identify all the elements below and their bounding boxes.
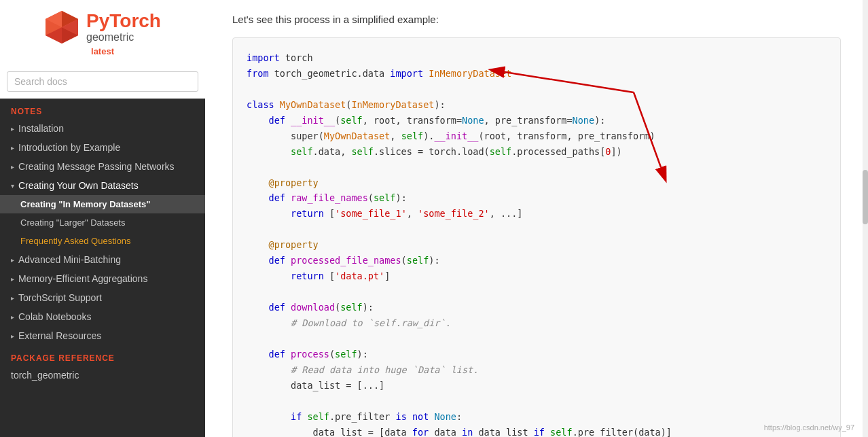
sidebar-item-mem-agg[interactable]: ▸ Memory-Efficient Aggregations — [0, 269, 205, 288]
sidebar-item-label: Installation — [18, 123, 64, 134]
scrollbar-track[interactable] — [863, 0, 868, 437]
sidebar-item-label: Memory-Efficient Aggregations — [18, 273, 147, 284]
arrow-icon: ▸ — [11, 332, 14, 340]
sidebar-item-label: TorchScript Support — [18, 292, 102, 303]
sidebar-item-label: Frequently Asked Questions — [20, 236, 131, 246]
sidebar-item-larger[interactable]: Creating "Larger" Datasets — [0, 213, 205, 232]
sidebar-item-msg-passing[interactable]: ▸ Creating Message Passing Networks — [0, 157, 205, 176]
arrow-icon: ▸ — [11, 144, 14, 152]
sidebar-item-own-datasets[interactable]: ▾ Creating Your Own Datasets — [0, 176, 205, 195]
search-input[interactable] — [7, 71, 198, 92]
pkg-ref-header: PACKAGE REFERENCE — [0, 345, 205, 366]
app-name: PyTorch — [86, 11, 161, 32]
scrollbar-thumb[interactable] — [863, 170, 868, 224]
sidebar-item-label: Introduction by Example — [18, 142, 120, 153]
sidebar-item-label: External Resources — [18, 330, 101, 341]
arrow-icon: ▾ — [11, 182, 14, 190]
pytorch-logo-icon — [44, 10, 79, 45]
sidebar-item-label: Colab Notebooks — [18, 311, 91, 322]
arrow-icon: ▸ — [11, 125, 14, 133]
search-area — [0, 66, 205, 99]
code-block: import torch from torch_geometric.data i… — [232, 37, 841, 437]
sidebar-item-label: Creating Your Own Datasets — [18, 180, 139, 191]
watermark: https://blog.csdn.net/wy_97 — [764, 423, 854, 432]
sidebar-item-label: Creating "Larger" Datasets — [20, 217, 125, 228]
sidebar: PyTorch geometric latest NOTES ▸ Install… — [0, 0, 205, 437]
app-sub-name: geometric — [86, 31, 161, 43]
arrow-icon: ▸ — [11, 294, 14, 302]
sidebar-item-faq[interactable]: Frequently Asked Questions — [0, 232, 205, 250]
sidebar-item-in-memory[interactable]: Creating "In Memory Datasets" — [0, 195, 205, 213]
main-content: Let's see this process in a simplified e… — [205, 0, 868, 437]
arrow-icon: ▸ — [11, 275, 14, 283]
sidebar-item-torch-geometric[interactable]: torch_geometric — [0, 366, 205, 385]
sidebar-item-label: Advanced Mini-Batching — [18, 254, 121, 265]
arrow-icon: ▸ — [11, 256, 14, 264]
sidebar-item-mini-batching[interactable]: ▸ Advanced Mini-Batching — [0, 250, 205, 269]
notes-section-header: NOTES — [0, 99, 205, 119]
sidebar-item-label: torch_geometric — [11, 370, 79, 381]
nav-section-notes: NOTES ▸ Installation ▸ Introduction by E… — [0, 99, 205, 385]
version-badge: latest — [91, 45, 114, 60]
logo-row: PyTorch geometric — [44, 10, 161, 45]
sidebar-item-torchscript[interactable]: ▸ TorchScript Support — [0, 288, 205, 307]
sidebar-item-label: Creating Message Passing Networks — [18, 161, 175, 172]
sidebar-item-colab[interactable]: ▸ Colab Notebooks — [0, 307, 205, 326]
logo-area: PyTorch geometric latest — [0, 0, 205, 66]
logo-text-block: PyTorch geometric — [86, 11, 161, 44]
intro-text: Let's see this process in a simplified e… — [232, 14, 841, 25]
sidebar-item-label: Creating "In Memory Datasets" — [20, 199, 151, 209]
sidebar-item-intro[interactable]: ▸ Introduction by Example — [0, 138, 205, 157]
sidebar-item-external[interactable]: ▸ External Resources — [0, 326, 205, 345]
sidebar-item-installation[interactable]: ▸ Installation — [0, 119, 205, 138]
arrow-icon: ▸ — [11, 163, 14, 171]
arrow-icon: ▸ — [11, 313, 14, 321]
